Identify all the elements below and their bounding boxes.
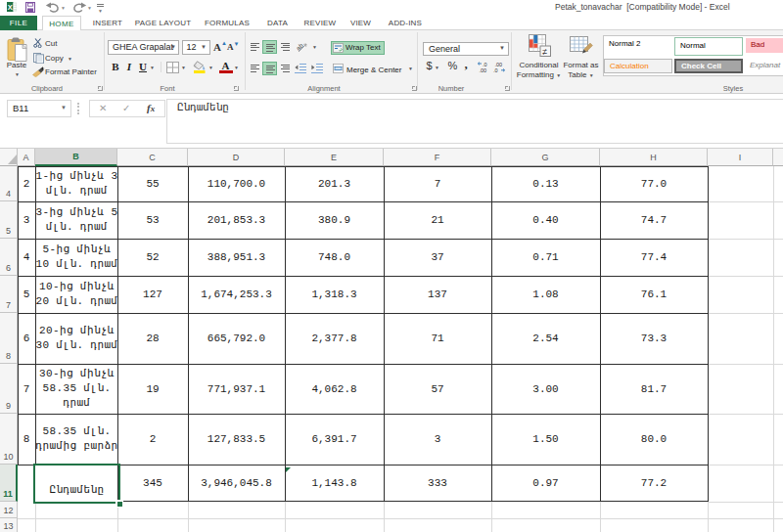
svg-text:≠: ≠ (542, 47, 547, 57)
svg-text:X: X (8, 3, 13, 12)
svg-text:ab: ab (297, 41, 304, 51)
svg-text:.00: .00 (480, 67, 487, 73)
svg-text:.00: .00 (495, 62, 503, 67)
svg-text:.0: .0 (493, 67, 498, 73)
svg-text:.0: .0 (483, 62, 487, 67)
